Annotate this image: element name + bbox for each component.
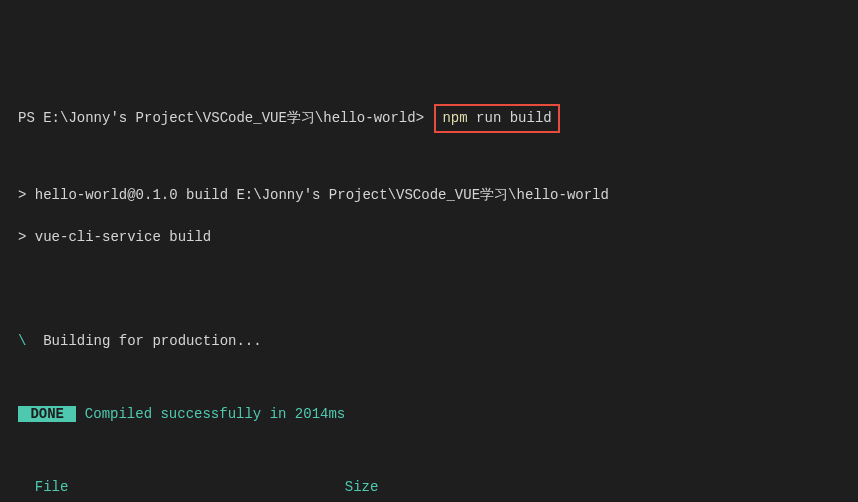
building-line: \ Building for production...: [18, 331, 840, 352]
output-exec-1: > hello-world@0.1.0 build E:\Jonny's Pro…: [18, 185, 840, 206]
done-text: Compiled successfully in 2014ms: [76, 406, 345, 422]
done-compiled-line: DONE Compiled successfully in 2014ms: [18, 404, 840, 425]
ps-prompt: PS E:\Jonny's Project\VSCode_VUE学习\hello…: [18, 110, 424, 126]
prompt-line-1[interactable]: PS E:\Jonny's Project\VSCode_VUE学习\hello…: [18, 104, 840, 133]
cmd-npm: npm: [442, 110, 467, 126]
done-badge: DONE: [18, 406, 76, 422]
command-highlight-box: npm run build: [434, 104, 559, 133]
cmd-args: run build: [476, 110, 552, 126]
col-file-header: File: [35, 477, 345, 498]
col-size-header: Size: [345, 479, 379, 495]
table-header: FileSize: [18, 477, 840, 498]
output-exec-2: > vue-cli-service build: [18, 227, 840, 248]
